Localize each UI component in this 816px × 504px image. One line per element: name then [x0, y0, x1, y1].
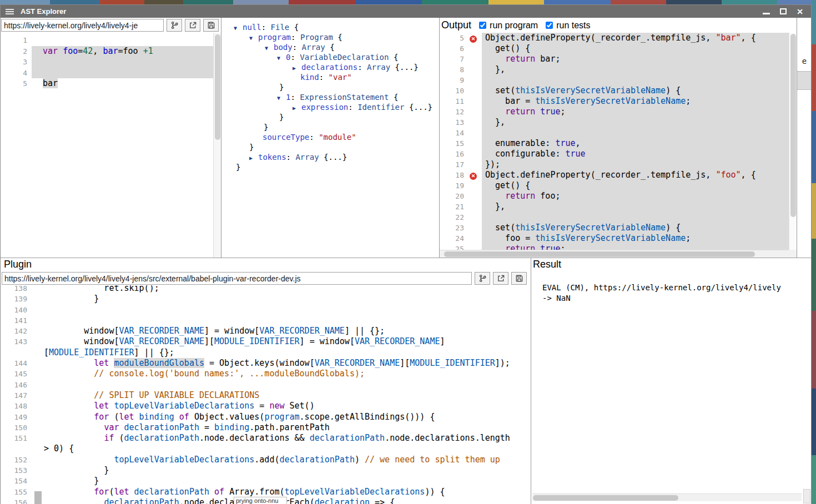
collapse-arrow-icon[interactable]: ▼: [277, 95, 286, 101]
close-icon[interactable]: ✕: [797, 8, 803, 16]
code-line[interactable]: 7 return bar;: [440, 54, 789, 64]
source-editor[interactable]: 12var foo=42, bar=foo +1345bar: [1, 33, 213, 258]
plugin-url-input[interactable]: [2, 272, 472, 285]
open-external-button[interactable]: [185, 19, 200, 32]
code-line[interactable]: 17});: [440, 159, 789, 170]
code-line[interactable]: 3: [1, 57, 213, 68]
scrollbar-thumb[interactable]: [790, 34, 796, 217]
ast-node[interactable]: ▶expression: Identifier {...}: [221, 103, 439, 113]
code-line[interactable]: 19 get() {: [440, 180, 789, 191]
ast-node[interactable]: }: [221, 163, 439, 173]
menu-icon[interactable]: [6, 9, 14, 14]
code-line[interactable]: 9: [440, 75, 789, 85]
code-text: [32, 68, 213, 79]
plugin-scrollbar-thumb[interactable]: [34, 491, 42, 504]
run-program-toggle[interactable]: run program: [479, 21, 538, 31]
code-line[interactable]: 145 // console.log('bound names:', ...mo…: [1, 369, 528, 379]
result-horizontal-scrollbar[interactable]: [532, 493, 802, 501]
run-tests-checkbox[interactable]: [546, 22, 553, 29]
code-line[interactable]: 141: [1, 315, 528, 326]
save-button[interactable]: [511, 272, 527, 285]
source-vertical-scrollbar[interactable]: [213, 33, 221, 258]
code-line[interactable]: 6 get() {: [440, 43, 789, 54]
code-line[interactable]: > 0) {: [1, 443, 528, 454]
code-line[interactable]: 144 let moduleBoundGlobals = Object.keys…: [1, 358, 528, 369]
scrollbar-thumb[interactable]: [533, 495, 678, 501]
ast-node[interactable]: }: [221, 143, 439, 153]
expand-arrow-icon[interactable]: ▶: [249, 155, 258, 161]
code-line[interactable]: 4: [1, 68, 213, 79]
ast-node[interactable]: ▼program: Program {: [221, 33, 439, 43]
open-external-button[interactable]: [493, 272, 508, 285]
run-program-checkbox[interactable]: [479, 22, 486, 29]
save-button[interactable]: [203, 19, 219, 32]
collapse-arrow-icon[interactable]: ▼: [277, 55, 286, 61]
code-line[interactable]: 21 },: [440, 201, 789, 212]
code-line[interactable]: 5✕Object.defineProperty(_recorder_.tempf…: [440, 33, 789, 43]
ast-node[interactable]: kind: "var": [221, 73, 439, 83]
scrollbar-thumb[interactable]: [215, 34, 220, 140]
maximize-icon[interactable]: [780, 8, 787, 14]
code-line[interactable]: 150 var declarationPath = binding.path.p…: [1, 422, 528, 433]
code-line[interactable]: 11 bar = thisIsVererySecretVariableName;: [440, 96, 789, 107]
titlebar[interactable]: AST Explorer ✕: [1, 5, 811, 18]
code-line[interactable]: 25 return true;: [440, 244, 789, 250]
ast-node[interactable]: ▼0: VariableDeclaration {: [221, 53, 439, 63]
code-line[interactable]: 155 for(let declarationPath of Array.fro…: [1, 487, 528, 497]
code-line[interactable]: 143 window[VAR_RECORDER_NAME][MODULE_IDE…: [1, 336, 528, 347]
code-line[interactable]: 146: [1, 380, 528, 390]
plugin-editor[interactable]: 138 ret.skip();139 }140141142 window[VAR…: [1, 285, 528, 504]
expand-arrow-icon[interactable]: ▶: [293, 65, 301, 71]
code-line[interactable]: 23 set(thisIsVererySecretVariableName) {: [440, 223, 789, 233]
ast-node[interactable]: }: [221, 83, 439, 93]
code-line[interactable]: 20 return foo;: [440, 191, 789, 201]
browse-source-button[interactable]: [475, 272, 490, 285]
minimize-icon[interactable]: [763, 13, 770, 14]
code-line[interactable]: 139 }: [1, 294, 528, 304]
ast-node[interactable]: ▼body: Array {: [221, 43, 439, 53]
expand-arrow-icon[interactable]: ▶: [293, 105, 301, 111]
ast-node[interactable]: ▼null: File {: [221, 23, 439, 33]
code-line[interactable]: 8 },: [440, 64, 789, 75]
code-line[interactable]: 10 set(thisIsVererySecretVariableName) {: [440, 85, 789, 96]
ast-node[interactable]: }: [221, 123, 439, 133]
code-line[interactable]: 15 enumerable: true,: [440, 138, 789, 149]
ast-node[interactable]: }: [221, 113, 439, 123]
code-line[interactable]: 18✕Object.defineProperty(_recorder_.temp…: [440, 170, 789, 180]
code-line[interactable]: 142 window[VAR_RECORDER_NAME] = window[V…: [1, 326, 528, 336]
code-line[interactable]: 148 let topLevelVariableDeclarations = n…: [1, 401, 528, 411]
scrollbar-thumb[interactable]: [444, 251, 755, 257]
run-tests-toggle[interactable]: run tests: [546, 21, 590, 31]
output-vertical-scrollbar[interactable]: [789, 33, 797, 250]
output-editor[interactable]: 5✕Object.defineProperty(_recorder_.tempf…: [440, 33, 789, 250]
ast-node[interactable]: ▼1: ExpressionStatement {: [221, 93, 439, 103]
ast-node[interactable]: ▶declarations: Array {...}: [221, 63, 439, 73]
code-line[interactable]: 138 ret.skip();: [1, 285, 528, 294]
code-line[interactable]: 1: [1, 35, 213, 46]
code-line[interactable]: 22: [440, 212, 789, 223]
code-line[interactable]: [MODULE_IDENTIFIER] || {};: [1, 347, 528, 358]
code-line[interactable]: 5bar: [1, 78, 213, 89]
source-url-input[interactable]: [1, 19, 164, 32]
code-line[interactable]: 16 configurable: true: [440, 149, 789, 159]
code-line[interactable]: 12 return true;: [440, 107, 789, 117]
code-line[interactable]: 152 topLevelVariableDeclarations.add(dec…: [1, 455, 528, 465]
code-line[interactable]: 147 // SPLIT UP VARIABLE DECLARATIONS: [1, 390, 528, 401]
code-line[interactable]: 13 },: [440, 117, 789, 128]
code-line[interactable]: 151 if (declarationPath.node.declaration…: [1, 433, 528, 443]
collapse-arrow-icon[interactable]: ▼: [249, 35, 258, 41]
code-line[interactable]: 154 }: [1, 476, 528, 486]
collapse-arrow-icon[interactable]: ▼: [265, 45, 274, 51]
code-text: },: [482, 64, 789, 75]
code-line[interactable]: 153 }: [1, 465, 528, 476]
code-line[interactable]: 14: [440, 128, 789, 138]
collapse-arrow-icon[interactable]: ▼: [234, 25, 243, 31]
code-line[interactable]: 149 for (let binding of Object.values(pr…: [1, 412, 528, 422]
ast-node[interactable]: sourceType: "module": [221, 133, 439, 143]
code-line[interactable]: 24 foo = thisIsVererySecretVariableName;: [440, 233, 789, 244]
ast-node[interactable]: ▶tokens: Array {...}: [221, 153, 439, 163]
code-line[interactable]: 2var foo=42, bar=foo +1: [1, 46, 213, 57]
browse-source-button[interactable]: [167, 19, 182, 32]
output-horizontal-scrollbar[interactable]: [440, 250, 789, 258]
code-line[interactable]: 140: [1, 305, 528, 315]
